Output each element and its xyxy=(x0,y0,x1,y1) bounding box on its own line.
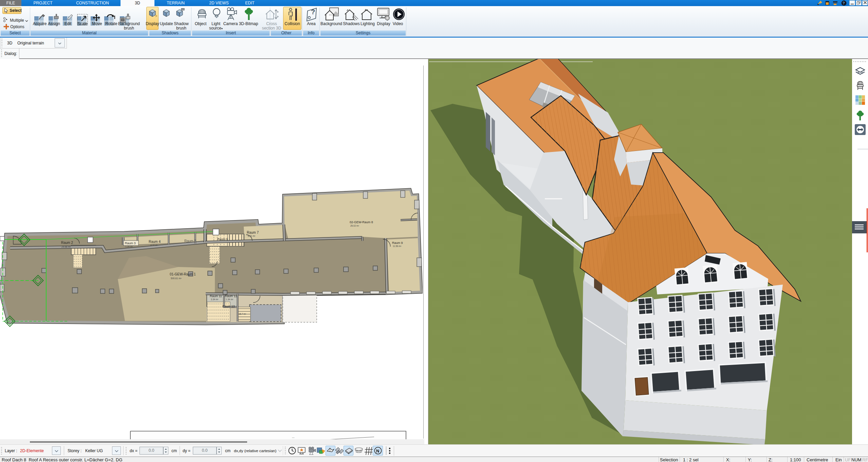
svg-text:1.34 m²: 1.34 m² xyxy=(226,298,234,301)
svg-text:Raum 6: Raum 6 xyxy=(217,237,228,241)
svg-text:Raum 2: Raum 2 xyxy=(61,241,73,245)
svg-text:01-GEW-Raum 1: 01-GEW-Raum 1 xyxy=(170,272,196,276)
svg-text:25.68 m²: 25.68 m² xyxy=(61,246,71,248)
svg-text:1.34 m²: 1.34 m² xyxy=(125,245,133,248)
svg-text:Raum 9: Raum 9 xyxy=(392,241,403,245)
svg-text:4.37 m²: 4.37 m² xyxy=(150,244,158,246)
svg-text:3.34 m²: 3.34 m² xyxy=(211,298,219,301)
svg-text:Raum 4: Raum 4 xyxy=(149,240,161,244)
svg-text:Raum 11: Raum 11 xyxy=(210,294,222,298)
svg-text:Raum 3: Raum 3 xyxy=(125,242,136,245)
svg-text:Raum 5: Raum 5 xyxy=(184,239,196,243)
svg-text:500.61 m²: 500.61 m² xyxy=(171,277,182,280)
svg-text:25.02 m²: 25.02 m² xyxy=(350,225,359,227)
svg-text:Raum 12: Raum 12 xyxy=(225,294,237,298)
svg-text:11.56 m²: 11.56 m² xyxy=(393,245,402,247)
svg-text:15.7 m²: 15.7 m² xyxy=(239,313,246,315)
svg-text:02-GEW-Raum 8: 02-GEW-Raum 8 xyxy=(350,220,373,224)
svg-text:Raum 13: Raum 13 xyxy=(222,305,235,308)
svg-text:?: ? xyxy=(311,8,315,16)
svg-text:6.01 m²: 6.01 m² xyxy=(248,235,256,237)
svg-text:?: ? xyxy=(843,1,845,5)
svg-text:N: N xyxy=(376,448,379,454)
svg-text:...: ... xyxy=(292,435,295,439)
svg-text:Raum 7: Raum 7 xyxy=(247,231,259,234)
